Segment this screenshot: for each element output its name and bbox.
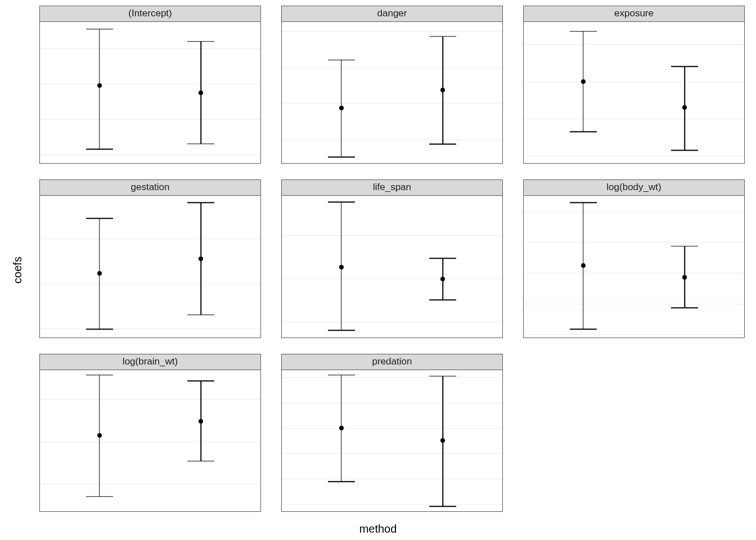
data-point — [199, 419, 203, 424]
x-ticks: Full ModelModel Average — [282, 163, 502, 164]
data-point — [581, 79, 586, 84]
facet-title: life_span — [281, 179, 503, 195]
facet-title: danger — [281, 6, 503, 21]
error-cap — [671, 150, 698, 151]
error-cap — [328, 156, 355, 158]
x-ticks: Full ModelModel Average — [40, 163, 260, 164]
facet: (Intercept)13151719Full ModelModel Avera… — [39, 6, 261, 164]
y-tick-label: 17 — [39, 79, 40, 88]
plot-panel: -0.02-0.010.00Full ModelModel Average — [39, 195, 261, 338]
y-tick-label: 0.5 — [523, 237, 524, 247]
y-tick-label: 1 — [281, 448, 282, 458]
facet-title: exposure — [523, 6, 745, 21]
x-ticks: Full ModelModel Average — [282, 511, 502, 512]
panel-wrap: -1.0-0.50.00.51.0Full ModelModel Average — [523, 195, 745, 338]
y-tick-label: -4 — [281, 98, 282, 108]
data-point — [682, 275, 687, 280]
facet: log(body_wt)-1.0-0.50.00.51.0Full ModelM… — [523, 179, 745, 338]
data-point — [199, 256, 203, 261]
data-point — [97, 433, 102, 438]
error-cap — [671, 66, 698, 68]
x-ticks: Full ModelModel Average — [524, 338, 744, 338]
y-tick-label: 0.00 — [281, 273, 282, 283]
y-tick-label: 2 — [523, 39, 524, 49]
y-tick-label: 0.05 — [281, 230, 282, 240]
error-cap — [187, 461, 214, 462]
y-tick-label: 0 — [523, 114, 524, 123]
error-bar — [99, 29, 100, 150]
panel-wrap: -2-10Full ModelModel Average — [39, 370, 261, 512]
y-tick-label: -2 — [281, 62, 282, 72]
y-tick-label: -1 — [39, 437, 40, 447]
y-tick-label: -1.0 — [523, 330, 524, 338]
facet: life_span-0.050.000.05Full ModelModel Av… — [281, 179, 503, 338]
data-point — [339, 106, 344, 110]
error-cap — [570, 31, 597, 32]
facet: exposure-1012Full ModelModel Average — [523, 6, 745, 164]
data-point — [339, 426, 344, 430]
plot-panel: -2-10Full ModelModel Average — [39, 370, 261, 512]
error-cap — [429, 144, 456, 145]
y-tick-label: 2 — [281, 423, 282, 433]
error-cap — [187, 41, 214, 42]
y-tick-label: 0 — [281, 26, 282, 36]
y-tick-label: 4 — [281, 373, 282, 382]
error-cap — [429, 300, 456, 301]
data-point — [581, 263, 586, 268]
y-tick-label: -2 — [39, 479, 40, 489]
error-cap — [187, 314, 214, 316]
error-cap — [328, 330, 355, 331]
error-cap — [86, 148, 113, 150]
data-point — [440, 438, 445, 443]
facet: gestation-0.02-0.010.00Full ModelModel A… — [39, 179, 261, 338]
data-point — [199, 91, 203, 95]
y-tick-label: 0.0 — [523, 268, 524, 277]
error-cap — [429, 506, 456, 507]
y-tick-label: 0 — [281, 474, 282, 483]
plot-panel: -1012Full ModelModel Average — [523, 21, 745, 164]
panel-wrap: -6-4-20Full ModelModel Average — [281, 21, 503, 164]
error-cap — [570, 329, 597, 330]
facet-grid: (Intercept)13151719Full ModelModel Avera… — [39, 6, 745, 512]
y-tick-label: 1 — [523, 76, 524, 86]
y-tick-label: -0.5 — [523, 299, 524, 308]
x-ticks: Full ModelModel Average — [40, 338, 260, 338]
plot-panel: -0.050.000.05Full ModelModel Average — [281, 195, 503, 338]
error-cap — [671, 246, 698, 247]
y-tick-label: 1.0 — [523, 206, 524, 216]
error-cap — [86, 329, 113, 330]
facet-title: gestation — [39, 179, 261, 195]
plot-panel: -101234Full ModelModel Average — [281, 370, 503, 512]
panel-wrap: -0.050.000.05Full ModelModel Average — [281, 195, 503, 338]
error-cap — [86, 496, 113, 497]
error-cap — [86, 375, 113, 376]
facet-title: predation — [281, 354, 503, 370]
error-cap — [187, 143, 214, 145]
plot-panel: 13151719Full ModelModel Average — [39, 21, 261, 164]
x-axis-label: method — [0, 523, 756, 536]
error-cap — [328, 375, 355, 376]
x-ticks: Full ModelModel Average — [282, 338, 502, 338]
data-point — [97, 83, 102, 88]
data-point — [97, 271, 102, 276]
panel-wrap: 13151719Full ModelModel Average — [39, 21, 261, 164]
y-tick-label: -1 — [281, 499, 282, 508]
y-tick-label: 3 — [281, 398, 282, 408]
data-point — [682, 105, 687, 110]
y-tick-label: 13 — [39, 150, 40, 159]
facet: log(brain_wt)-2-10Full ModelModel Averag… — [39, 354, 261, 512]
facet-title: log(brain_wt) — [39, 354, 261, 370]
data-point — [440, 88, 445, 92]
error-cap — [429, 36, 456, 37]
y-tick-label: 19 — [39, 44, 40, 53]
y-tick-label: -0.02 — [39, 323, 40, 333]
facet-chart: coefs method (Intercept)13151719Full Mod… — [0, 0, 756, 540]
y-axis-label: coefs — [11, 256, 24, 284]
plot-panel: -6-4-20Full ModelModel Average — [281, 21, 503, 164]
panel-wrap: -0.02-0.010.00Full ModelModel Average — [39, 195, 261, 338]
error-cap — [570, 202, 597, 204]
plot-panel: -1.0-0.50.00.51.0Full ModelModel Average — [523, 195, 745, 338]
error-cap — [328, 201, 355, 202]
error-cap — [328, 60, 355, 61]
y-tick-label: -0.01 — [39, 278, 40, 288]
